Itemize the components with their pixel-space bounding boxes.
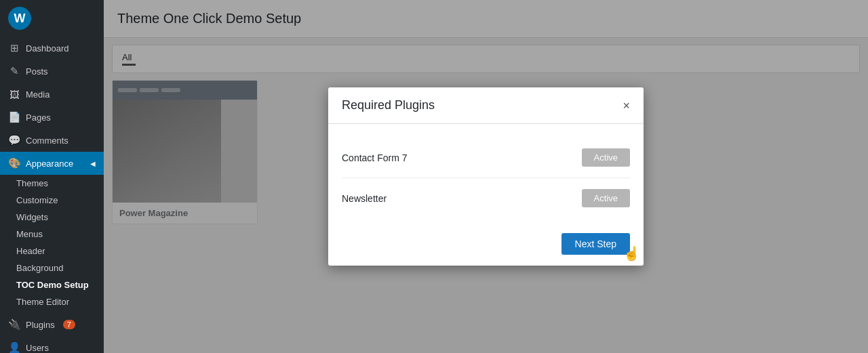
sidebar-item-posts[interactable]: ✎ Posts	[0, 60, 104, 83]
media-icon: 🖼	[8, 88, 20, 100]
sidebar-sub-customize[interactable]: Customize	[0, 192, 104, 209]
sidebar-item-label: Comments	[26, 136, 68, 146]
pages-icon: 📄	[8, 111, 20, 123]
plugins-badge: 7	[63, 320, 75, 329]
wp-logo-icon: W	[8, 7, 31, 30]
sidebar: W ⊞ Dashboard ✎ Posts 🖼 Media 📄 Pages 💬 …	[0, 0, 104, 353]
plugin-row-newsletter: Newsletter Active	[342, 178, 630, 218]
sub-item-label: Widgets	[16, 212, 48, 222]
sidebar-item-label: Users	[26, 343, 49, 353]
sidebar-item-label: Posts	[26, 66, 48, 77]
chevron-right-icon: ◀	[90, 160, 96, 167]
plugin-row-contact-form-7: Contact Form 7 Active	[342, 138, 630, 178]
plugin-name: Newsletter	[342, 193, 387, 204]
sub-item-label: Header	[16, 246, 45, 256]
sidebar-sub-menus[interactable]: Menus	[0, 226, 104, 243]
next-step-button[interactable]: Next Step	[561, 233, 630, 255]
wp-logo-area[interactable]: W	[0, 0, 104, 37]
sidebar-item-dashboard[interactable]: ⊞ Dashboard	[0, 37, 104, 60]
sidebar-item-label: Dashboard	[26, 43, 69, 54]
sidebar-sub-theme-editor[interactable]: Theme Editor	[0, 293, 104, 310]
sidebar-sub-header[interactable]: Header	[0, 243, 104, 259]
sidebar-item-label: Appearance	[26, 159, 73, 169]
modal-body: Contact Form 7 Active Newsletter Active	[328, 124, 644, 225]
plugins-icon: 🔌	[8, 318, 20, 331]
posts-icon: ✎	[8, 65, 20, 77]
modal-header: Required Plugins ×	[328, 87, 644, 124]
appearance-icon: 🎨	[8, 157, 20, 169]
sub-item-label: Customize	[16, 195, 58, 205]
sidebar-item-comments[interactable]: 💬 Comments	[0, 129, 104, 152]
sidebar-item-plugins[interactable]: 🔌 Plugins 7	[0, 313, 104, 336]
required-plugins-modal: Required Plugins × Contact Form 7 Active…	[328, 87, 644, 266]
sidebar-sub-themes[interactable]: Themes	[0, 175, 104, 192]
dashboard-icon: ⊞	[8, 42, 20, 54]
plugin-name: Contact Form 7	[342, 152, 407, 163]
sidebar-item-media[interactable]: 🖼 Media	[0, 83, 104, 106]
modal-overlay: Required Plugins × Contact Form 7 Active…	[104, 0, 868, 353]
users-icon: 👤	[8, 341, 20, 353]
sidebar-sub-toc-demo-setup[interactable]: TOC Demo Setup	[0, 276, 104, 293]
sidebar-item-appearance[interactable]: 🎨 Appearance ◀	[0, 152, 104, 175]
sidebar-item-pages[interactable]: 📄 Pages	[0, 106, 104, 129]
modal-close-button[interactable]: ×	[623, 100, 630, 112]
sub-item-label: TOC Demo Setup	[16, 280, 89, 290]
sidebar-item-label: Plugins	[26, 320, 55, 330]
sub-item-label: Menus	[16, 229, 43, 239]
main-content: Theme One Click Demo Setup All Power Mag…	[104, 0, 868, 353]
sub-item-label: Themes	[16, 178, 48, 188]
sidebar-item-users[interactable]: 👤 Users	[0, 336, 104, 353]
sidebar-sub-widgets[interactable]: Widgets	[0, 209, 104, 226]
comments-icon: 💬	[8, 134, 20, 146]
modal-footer: Next Step ☝	[328, 225, 644, 266]
sidebar-sub-background[interactable]: Background	[0, 259, 104, 276]
sub-item-label: Background	[16, 263, 63, 273]
sidebar-item-label: Pages	[26, 112, 51, 123]
sidebar-item-label: Media	[26, 89, 50, 100]
plugin-active-button-contact-form-7[interactable]: Active	[582, 148, 630, 167]
plugin-active-button-newsletter[interactable]: Active	[582, 189, 630, 207]
sub-item-label: Theme Editor	[16, 297, 69, 307]
modal-title: Required Plugins	[342, 98, 435, 112]
